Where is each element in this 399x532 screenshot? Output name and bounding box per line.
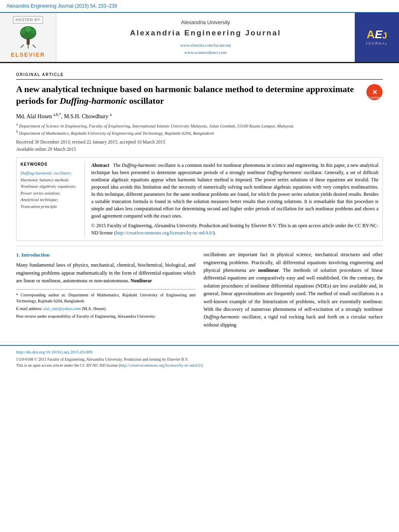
body-left-col: 1. Introduction Many fundamental laws of… bbox=[16, 251, 195, 332]
affil-2-sup: b bbox=[16, 129, 18, 134]
journal-link2[interactable]: www.sciencedirect.com bbox=[180, 49, 231, 56]
author-2-sup: a bbox=[110, 112, 111, 117]
header-right: A E J JOURNAL bbox=[355, 13, 399, 62]
journal-name: Alexandria Engineering Journal bbox=[130, 28, 281, 39]
author-1-name: Md. Alal Hosen bbox=[16, 113, 53, 119]
doi-text: http://dx.doi.org/10.1016/j.aej.2015.03.… bbox=[16, 349, 93, 354]
svg-text:CrossMark: CrossMark bbox=[368, 96, 381, 99]
title-italic: Duffing-harmonic bbox=[60, 96, 127, 106]
abstract-italic-1: Duffing-harmonic bbox=[122, 162, 157, 168]
abstract-copyright: © 2015 Faculty of Engineering, Alexandri… bbox=[91, 222, 378, 236]
body-columns: 1. Introduction Many fundamental laws of… bbox=[16, 251, 383, 332]
footnotes-section: * Corresponding author at: Department of… bbox=[16, 289, 195, 320]
header-left: HOSTED BY ELSEVIER bbox=[0, 13, 56, 62]
elsevier-text: ELSEVIER bbox=[11, 51, 45, 59]
intro-right-text: oscillations are important fact in physi… bbox=[204, 251, 383, 329]
authors-line: Md. Alal Hosen a,b,*, M.S.H. Chowdhury a bbox=[16, 112, 383, 120]
footnote-email: E-mail address: alal_ruet@yahoo.com (M.A… bbox=[16, 306, 195, 312]
keyword-3: Nonlinear algebraic equations; bbox=[21, 183, 80, 190]
elsevier-tree-icon bbox=[12, 26, 44, 50]
footnote-star-symbol: * bbox=[16, 293, 18, 297]
abstract-label: Abstract bbox=[91, 162, 109, 168]
article-title-row: A new analytical technique based on harm… bbox=[16, 84, 383, 107]
keyword-4: Power series solution; bbox=[21, 190, 80, 197]
bottom-copyright-2: This is an open access article under the… bbox=[16, 362, 383, 368]
footnote-peer-review: Peer review under responsibility of Facu… bbox=[16, 313, 195, 320]
abstract-italic-2: Duffing-harmonic bbox=[267, 170, 302, 175]
keywords-label: KEYWORDS bbox=[21, 162, 80, 167]
aej-journal-label: JOURNAL bbox=[366, 41, 388, 46]
university-name: Alexandria University bbox=[181, 19, 230, 26]
top-link-bar: Alexandria Engineering Journal (2015) 54… bbox=[0, 0, 399, 12]
keyword-1: Duffing-harmonic oscillator; bbox=[21, 170, 80, 177]
aej-e-letter: E bbox=[375, 29, 383, 40]
bottom-copyright-2-end: ). bbox=[201, 363, 204, 368]
elsevier-logo: ELSEVIER bbox=[11, 26, 45, 59]
svg-point-7 bbox=[31, 29, 36, 34]
aej-badge: A E J JOURNAL bbox=[366, 29, 388, 46]
doi-link[interactable]: http://dx.doi.org/10.1016/j.aej.2015.03.… bbox=[16, 349, 383, 355]
abstract-column: Abstract The Duffing-harmonic oscillator… bbox=[91, 162, 378, 236]
aej-j-letter: J bbox=[382, 31, 387, 40]
keyword-6: Truncation principle bbox=[21, 203, 80, 210]
available-online: Available online 29 March 2015 bbox=[16, 146, 383, 152]
author-1-sup: a,b,* bbox=[53, 112, 61, 117]
duffing-harmonic-italic-body: Duffing-harmonic bbox=[204, 314, 240, 320]
bottom-license-link[interactable]: http://creativecommons.org/licenses/by-n… bbox=[120, 363, 201, 368]
abstract-text: Abstract The Duffing-harmonic oscillator… bbox=[91, 162, 378, 220]
affiliation-2: b Department of Mathematics, Rajshahi Un… bbox=[16, 129, 383, 136]
header-center: Alexandria University Alexandria Enginee… bbox=[56, 13, 355, 62]
article-title: A new analytical technique based on harm… bbox=[16, 84, 362, 107]
aej-letters: A E J bbox=[366, 29, 387, 40]
keywords-abstract-section: KEYWORDS Duffing-harmonic oscillator; Ha… bbox=[16, 157, 383, 241]
bottom-copyright-1: 1110-0168 © 2015 Faculty of Engineering,… bbox=[16, 356, 383, 362]
svg-point-8 bbox=[25, 26, 31, 32]
affiliation-1: a Department of Science in Engineering, … bbox=[16, 122, 383, 129]
svg-text:✕: ✕ bbox=[372, 89, 377, 96]
nonlinear-bold: Nonlinear bbox=[131, 278, 152, 283]
affiliations: a Department of Science in Engineering, … bbox=[16, 122, 383, 136]
author-2-name: M.S.H. Chowdhury bbox=[64, 113, 110, 119]
footnote-email-link[interactable]: alal_ruet@yahoo.com bbox=[43, 306, 81, 311]
section-type-label: ORIGINAL ARTICLE bbox=[16, 72, 383, 80]
keyword-5: Analytical technique; bbox=[21, 196, 80, 203]
received-dates: Received 30 December 2013; revised 22 Ja… bbox=[16, 139, 383, 145]
journal-link1[interactable]: www.elsevier.com/locate/aej bbox=[180, 42, 231, 49]
keyword-2: Harmonic balance method; bbox=[21, 177, 80, 183]
crossmark-badge[interactable]: ✕ CrossMark bbox=[366, 84, 383, 101]
svg-rect-2 bbox=[27, 39, 29, 45]
bottom-copyright-2-text: This is an open access article under the… bbox=[16, 363, 120, 368]
content-wrapper: ORIGINAL ARTICLE A new analytical techni… bbox=[0, 63, 399, 340]
journal-citation[interactable]: Alexandria Engineering Journal (2015) 54… bbox=[6, 3, 117, 9]
hosted-by-label: HOSTED BY bbox=[13, 16, 43, 24]
section-divider bbox=[16, 246, 383, 246]
intro-heading: 1. Introduction bbox=[16, 251, 195, 259]
bottom-bar: http://dx.doi.org/10.1016/j.aej.2015.03.… bbox=[0, 345, 399, 372]
affil-1-text: Department of Science in Engineering, Fa… bbox=[19, 123, 294, 128]
journal-links[interactable]: www.elsevier.com/locate/aej www.scienced… bbox=[180, 42, 231, 56]
journal-header: HOSTED BY ELSEVIER Alexandria University… bbox=[0, 12, 399, 63]
title-part2: oscillator bbox=[127, 96, 164, 106]
author-separator: , bbox=[61, 113, 64, 119]
footnote-star: * Corresponding author at: Department of… bbox=[16, 292, 195, 305]
keywords-column: KEYWORDS Duffing-harmonic oscillator; Ha… bbox=[21, 162, 85, 236]
svg-point-6 bbox=[20, 29, 25, 34]
intro-left-text: Many fundamental laws of physics, mechan… bbox=[16, 261, 195, 285]
aej-a-letter: A bbox=[366, 29, 374, 40]
abstract-license-link[interactable]: http://creativecommons.org/licenses/by-n… bbox=[116, 230, 213, 236]
affil-2-text: Department of Mathematics, Rajshahi Univ… bbox=[19, 131, 214, 136]
body-right-col: oscillations are important fact in physi… bbox=[204, 251, 383, 332]
nonlinear-bold-2: nonlinear bbox=[258, 267, 279, 273]
affil-1-sup: a bbox=[16, 122, 18, 126]
